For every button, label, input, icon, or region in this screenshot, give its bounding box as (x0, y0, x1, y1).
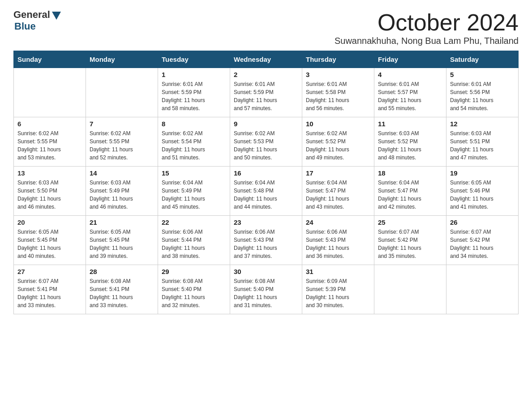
logo-blue-text: Blue (14, 21, 36, 32)
day-number: 1 (162, 71, 226, 78)
day-info: Sunrise: 6:01 AM Sunset: 5:57 PM Dayligh… (378, 80, 442, 112)
day-number: 25 (378, 218, 442, 226)
page-header: General Blue October 2024 Suwannakhuha, … (13, 9, 519, 46)
day-info: Sunrise: 6:04 AM Sunset: 5:47 PM Dayligh… (306, 179, 370, 211)
calendar-cell: 19Sunrise: 6:05 AM Sunset: 5:46 PM Dayli… (446, 167, 519, 216)
day-number: 26 (450, 218, 515, 226)
day-info: Sunrise: 6:06 AM Sunset: 5:44 PM Dayligh… (162, 228, 226, 260)
day-number: 30 (234, 268, 298, 275)
calendar-week-row: 27Sunrise: 6:07 AM Sunset: 5:41 PM Dayli… (14, 265, 519, 314)
day-info: Sunrise: 6:01 AM Sunset: 5:59 PM Dayligh… (234, 80, 298, 112)
day-number: 7 (90, 120, 154, 128)
day-info: Sunrise: 6:02 AM Sunset: 5:55 PM Dayligh… (90, 129, 154, 162)
logo: General Blue (13, 9, 61, 32)
day-info: Sunrise: 6:08 AM Sunset: 5:40 PM Dayligh… (234, 277, 298, 309)
day-info: Sunrise: 6:08 AM Sunset: 5:41 PM Dayligh… (90, 277, 154, 309)
day-info: Sunrise: 6:03 AM Sunset: 5:50 PM Dayligh… (17, 179, 82, 211)
calendar-cell: 15Sunrise: 6:04 AM Sunset: 5:49 PM Dayli… (158, 167, 230, 216)
calendar-cell (14, 68, 86, 117)
day-info: Sunrise: 6:05 AM Sunset: 5:45 PM Dayligh… (90, 228, 154, 260)
calendar-cell: 24Sunrise: 6:06 AM Sunset: 5:43 PM Dayli… (302, 216, 374, 265)
day-info: Sunrise: 6:01 AM Sunset: 5:58 PM Dayligh… (306, 80, 370, 112)
day-info: Sunrise: 6:06 AM Sunset: 5:43 PM Dayligh… (234, 228, 298, 260)
calendar-cell: 9Sunrise: 6:02 AM Sunset: 5:53 PM Daylig… (230, 117, 302, 167)
calendar-cell: 17Sunrise: 6:04 AM Sunset: 5:47 PM Dayli… (302, 167, 374, 216)
day-number: 15 (162, 169, 226, 177)
day-number: 10 (306, 120, 370, 128)
day-number: 4 (378, 71, 442, 78)
day-info: Sunrise: 6:03 AM Sunset: 5:52 PM Dayligh… (378, 129, 442, 162)
calendar-table: SundayMondayTuesdayWednesdayThursdayFrid… (13, 51, 519, 314)
day-info: Sunrise: 6:03 AM Sunset: 5:49 PM Dayligh… (90, 179, 154, 211)
calendar-cell (86, 68, 158, 117)
calendar-header-thursday: Thursday (302, 51, 374, 68)
calendar-cell: 4Sunrise: 6:01 AM Sunset: 5:57 PM Daylig… (374, 68, 446, 117)
logo-triangle-icon (52, 12, 61, 20)
calendar-cell: 10Sunrise: 6:02 AM Sunset: 5:52 PM Dayli… (302, 117, 374, 167)
day-info: Sunrise: 6:05 AM Sunset: 5:46 PM Dayligh… (450, 179, 515, 211)
calendar-cell: 31Sunrise: 6:09 AM Sunset: 5:39 PM Dayli… (302, 265, 374, 314)
calendar-header-saturday: Saturday (446, 51, 519, 68)
day-number: 6 (17, 120, 82, 128)
calendar-cell: 14Sunrise: 6:03 AM Sunset: 5:49 PM Dayli… (86, 167, 158, 216)
calendar-cell: 20Sunrise: 6:05 AM Sunset: 5:45 PM Dayli… (14, 216, 86, 265)
day-number: 9 (234, 120, 298, 128)
month-title: October 2024 (335, 9, 519, 36)
day-info: Sunrise: 6:09 AM Sunset: 5:39 PM Dayligh… (306, 277, 370, 309)
calendar-cell: 2Sunrise: 6:01 AM Sunset: 5:59 PM Daylig… (230, 68, 302, 117)
calendar-header-friday: Friday (374, 51, 446, 68)
calendar-cell: 23Sunrise: 6:06 AM Sunset: 5:43 PM Dayli… (230, 216, 302, 265)
calendar-header-wednesday: Wednesday (230, 51, 302, 68)
calendar-cell: 12Sunrise: 6:03 AM Sunset: 5:51 PM Dayli… (446, 117, 519, 167)
calendar-week-row: 13Sunrise: 6:03 AM Sunset: 5:50 PM Dayli… (14, 167, 519, 216)
calendar-cell: 30Sunrise: 6:08 AM Sunset: 5:40 PM Dayli… (230, 265, 302, 314)
calendar-cell: 27Sunrise: 6:07 AM Sunset: 5:41 PM Dayli… (14, 265, 86, 314)
calendar-cell: 22Sunrise: 6:06 AM Sunset: 5:44 PM Dayli… (158, 216, 230, 265)
day-number: 5 (450, 71, 515, 78)
calendar-cell: 28Sunrise: 6:08 AM Sunset: 5:41 PM Dayli… (86, 265, 158, 314)
day-number: 28 (90, 268, 154, 275)
day-number: 20 (17, 218, 82, 226)
calendar-cell: 18Sunrise: 6:04 AM Sunset: 5:47 PM Dayli… (374, 167, 446, 216)
day-number: 14 (90, 169, 154, 177)
day-info: Sunrise: 6:06 AM Sunset: 5:43 PM Dayligh… (306, 228, 370, 260)
day-number: 18 (378, 169, 442, 177)
day-number: 29 (162, 268, 226, 275)
day-info: Sunrise: 6:04 AM Sunset: 5:47 PM Dayligh… (378, 179, 442, 211)
day-info: Sunrise: 6:07 AM Sunset: 5:42 PM Dayligh… (450, 228, 515, 260)
day-number: 27 (17, 268, 82, 275)
day-number: 24 (306, 218, 370, 226)
title-section: October 2024 Suwannakhuha, Nong Bua Lam … (335, 9, 519, 46)
calendar-cell: 6Sunrise: 6:02 AM Sunset: 5:55 PM Daylig… (14, 117, 86, 167)
day-number: 2 (234, 71, 298, 78)
day-number: 16 (234, 169, 298, 177)
day-info: Sunrise: 6:05 AM Sunset: 5:45 PM Dayligh… (17, 228, 82, 260)
calendar-cell: 26Sunrise: 6:07 AM Sunset: 5:42 PM Dayli… (446, 216, 519, 265)
day-number: 17 (306, 169, 370, 177)
calendar-cell: 3Sunrise: 6:01 AM Sunset: 5:58 PM Daylig… (302, 68, 374, 117)
day-number: 23 (234, 218, 298, 226)
day-info: Sunrise: 6:01 AM Sunset: 5:56 PM Dayligh… (450, 80, 515, 112)
day-number: 8 (162, 120, 226, 128)
day-number: 12 (450, 120, 515, 128)
calendar-week-row: 6Sunrise: 6:02 AM Sunset: 5:55 PM Daylig… (14, 117, 519, 167)
day-number: 22 (162, 218, 226, 226)
calendar-week-row: 1Sunrise: 6:01 AM Sunset: 5:59 PM Daylig… (14, 68, 519, 117)
calendar-cell: 13Sunrise: 6:03 AM Sunset: 5:50 PM Dayli… (14, 167, 86, 216)
calendar-cell: 29Sunrise: 6:08 AM Sunset: 5:40 PM Dayli… (158, 265, 230, 314)
day-info: Sunrise: 6:03 AM Sunset: 5:51 PM Dayligh… (450, 129, 515, 162)
calendar-cell (374, 265, 446, 314)
day-info: Sunrise: 6:02 AM Sunset: 5:54 PM Dayligh… (162, 129, 226, 162)
day-info: Sunrise: 6:02 AM Sunset: 5:52 PM Dayligh… (306, 129, 370, 162)
day-info: Sunrise: 6:08 AM Sunset: 5:40 PM Dayligh… (162, 277, 226, 309)
calendar-cell: 25Sunrise: 6:07 AM Sunset: 5:42 PM Dayli… (374, 216, 446, 265)
day-number: 19 (450, 169, 515, 177)
day-info: Sunrise: 6:07 AM Sunset: 5:41 PM Dayligh… (17, 277, 82, 309)
day-number: 11 (378, 120, 442, 128)
day-info: Sunrise: 6:04 AM Sunset: 5:49 PM Dayligh… (162, 179, 226, 211)
day-info: Sunrise: 6:01 AM Sunset: 5:59 PM Dayligh… (162, 80, 226, 112)
day-info: Sunrise: 6:02 AM Sunset: 5:53 PM Dayligh… (234, 129, 298, 162)
calendar-header-row: SundayMondayTuesdayWednesdayThursdayFrid… (14, 51, 519, 68)
day-number: 31 (306, 268, 370, 275)
calendar-cell: 1Sunrise: 6:01 AM Sunset: 5:59 PM Daylig… (158, 68, 230, 117)
